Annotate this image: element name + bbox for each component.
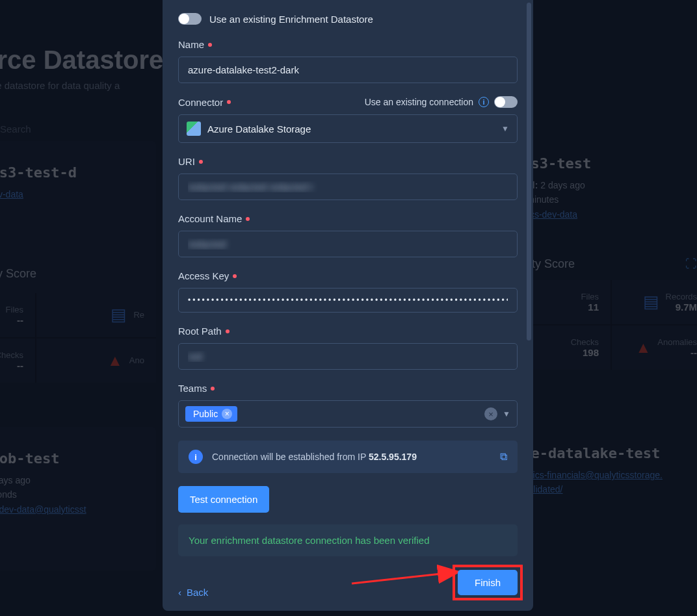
- required-icon: [199, 160, 203, 164]
- required-icon: [226, 329, 230, 333]
- required-icon: [246, 217, 250, 221]
- root-path-input[interactable]: [178, 343, 518, 370]
- access-key-label: Access Key: [178, 270, 229, 281]
- required-icon: [233, 274, 237, 278]
- info-icon: i: [189, 450, 203, 464]
- connector-value: Azure Datalake Storage: [207, 123, 495, 135]
- account-name-input[interactable]: [178, 231, 518, 257]
- azure-datalake-icon: [187, 122, 201, 136]
- uri-input[interactable]: [178, 173, 518, 200]
- chevron-left-icon: ‹: [178, 587, 181, 598]
- root-path-label: Root Path: [178, 326, 222, 337]
- use-existing-datastore-toggle[interactable]: [178, 13, 202, 25]
- back-button[interactable]: ‹ Back: [178, 587, 208, 598]
- toggle-label: Use an existing Enrichment Datastore: [209, 14, 373, 25]
- ip-address: 52.5.95.179: [369, 452, 417, 462]
- test-connection-button[interactable]: Test connection: [178, 486, 269, 513]
- enrichment-datastore-modal: Use an existing Enrichment Datastore Nam…: [163, 0, 533, 611]
- required-icon: [227, 100, 231, 104]
- required-icon: [211, 387, 215, 391]
- chevron-down-icon: ▼: [503, 409, 510, 418]
- access-key-input[interactable]: [178, 288, 518, 313]
- team-chip[interactable]: Public ×: [185, 406, 237, 422]
- account-name-label: Account Name: [178, 213, 242, 224]
- use-existing-connection-toggle[interactable]: [494, 96, 518, 108]
- teams-label: Teams: [178, 383, 207, 394]
- svg-line-1: [352, 572, 459, 584]
- required-icon: [208, 43, 212, 47]
- info-icon[interactable]: i: [479, 97, 489, 107]
- chevron-down-icon: ▼: [501, 124, 509, 133]
- scrollbar[interactable]: [527, 3, 531, 340]
- clear-all-icon[interactable]: ×: [484, 407, 497, 420]
- use-existing-connection-label: Use an existing connection: [365, 97, 473, 107]
- uri-label: URI: [178, 156, 195, 167]
- success-message: Your enrichment datastore connection has…: [178, 524, 518, 556]
- name-label: Name: [178, 39, 204, 50]
- copy-icon[interactable]: ⧉: [500, 451, 507, 463]
- connector-select[interactable]: Azure Datalake Storage ▼: [178, 114, 518, 143]
- finish-button-highlight: Finish: [453, 565, 523, 600]
- connector-label: Connector: [178, 97, 223, 108]
- connection-ip-info: i Connection will be established from IP…: [178, 441, 518, 473]
- finish-button[interactable]: Finish: [458, 570, 518, 595]
- name-input[interactable]: [178, 57, 518, 83]
- remove-chip-icon[interactable]: ×: [222, 409, 232, 419]
- teams-select[interactable]: Public × × ▼: [178, 400, 518, 428]
